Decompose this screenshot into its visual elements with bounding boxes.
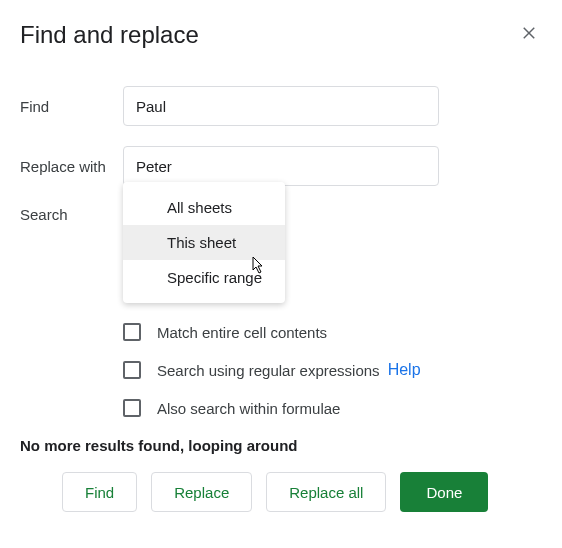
dialog-title: Find and replace: [20, 21, 199, 49]
match-entire-label: Match entire cell contents: [157, 324, 327, 341]
dropdown-item-this-sheet[interactable]: This sheet: [123, 225, 285, 260]
close-icon: [520, 24, 538, 42]
close-button[interactable]: [516, 20, 542, 50]
find-input[interactable]: [123, 86, 439, 126]
regex-checkbox[interactable]: [123, 361, 141, 379]
done-button[interactable]: Done: [400, 472, 488, 512]
status-message: No more results found, looping around: [20, 437, 542, 454]
formulae-checkbox[interactable]: [123, 399, 141, 417]
dropdown-item-specific-range[interactable]: Specific range: [123, 260, 285, 295]
match-entire-checkbox[interactable]: [123, 323, 141, 341]
regex-label: Search using regular expressions: [157, 362, 380, 379]
search-dropdown[interactable]: All sheets This sheet Specific range: [123, 182, 285, 303]
find-label: Find: [20, 98, 123, 115]
replace-input[interactable]: [123, 146, 439, 186]
regex-help-link[interactable]: Help: [388, 361, 421, 379]
find-button[interactable]: Find: [62, 472, 137, 512]
replace-all-button[interactable]: Replace all: [266, 472, 386, 512]
formulae-label: Also search within formulae: [157, 400, 340, 417]
search-label: Search: [20, 206, 123, 223]
replace-button[interactable]: Replace: [151, 472, 252, 512]
dropdown-item-all-sheets[interactable]: All sheets: [123, 190, 285, 225]
replace-label: Replace with: [20, 158, 123, 175]
